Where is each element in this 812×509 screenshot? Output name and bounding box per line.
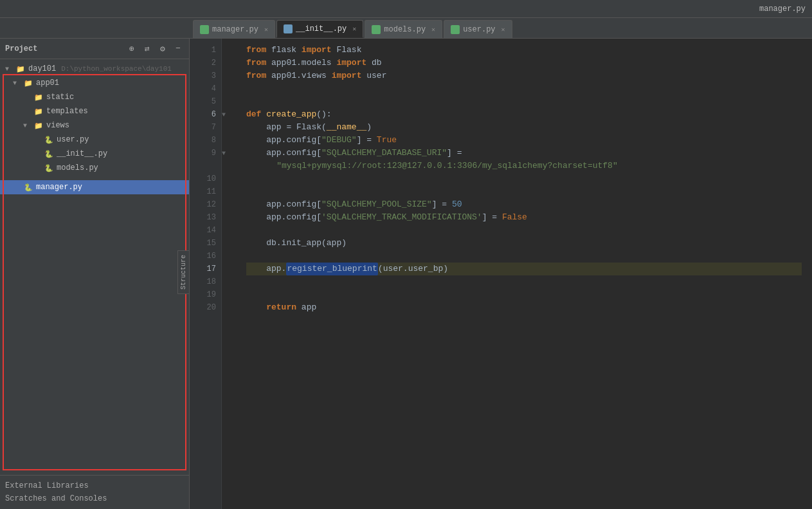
ln-4: 4 <box>203 82 216 95</box>
scratches-consoles-item[interactable]: Scratches and Consoles <box>5 492 184 505</box>
tree-item-root[interactable]: ▼ 📁 day101 D:\python_workspace\day101 <box>0 62 189 76</box>
root-path: D:\python_workspace\day101 <box>61 65 172 73</box>
g9b <box>222 160 236 172</box>
g2 <box>222 57 236 69</box>
code-line-7: app = Flask(__name__) <box>246 121 802 134</box>
code-line-10 <box>246 172 802 185</box>
ln-1: 1 <box>203 44 216 57</box>
tab-label-user: user.py <box>463 25 495 34</box>
g15 <box>222 237 236 250</box>
code-line-4 <box>246 82 802 95</box>
templates-folder-icon: 📁 <box>33 106 44 116</box>
tree-label-app01: app01 <box>36 79 59 88</box>
views-folder-icon: 📁 <box>33 120 44 131</box>
tree-label-templates: templates <box>46 107 88 116</box>
code-line-14 <box>246 224 802 237</box>
tree-label-models-py: models.py <box>57 163 98 172</box>
tree-item-user-py[interactable]: 🐍 user.py <box>0 133 189 147</box>
tree-item-app01[interactable]: ▼ 📁 app01 <box>0 76 189 90</box>
code-line-11 <box>246 185 802 198</box>
sidebar-btn-settings[interactable]: ⚙ <box>157 43 168 55</box>
code-line-3: from app01.views import user <box>246 69 802 82</box>
tab-close-models[interactable]: ✕ <box>431 26 435 33</box>
tab-icon-user <box>451 25 460 34</box>
tree-item-init-py[interactable]: 🐍 __init__.py <box>0 147 189 161</box>
sidebar-btn-sync[interactable]: ⇄ <box>141 43 153 55</box>
tab-models[interactable]: models.py ✕ <box>365 20 442 38</box>
tab-label-models: models.py <box>384 25 426 34</box>
structure-tab[interactable]: Structure <box>177 250 190 294</box>
init-py-icon: 🐍 <box>44 149 54 159</box>
g17 <box>222 263 236 275</box>
code-line-5 <box>246 95 802 108</box>
code-line-6: def create_app(): <box>246 108 802 121</box>
tree-item-manager-py[interactable]: 🐍 manager.py <box>0 180 189 194</box>
main-area: Project ⊕ ⇄ ⚙ − ▼ 📁 day101 D:\python_wor… <box>0 39 812 509</box>
code-line-15: db.init_app(app) <box>246 237 802 250</box>
ln-6: 6 <box>203 108 216 121</box>
tree-label-user-py: user.py <box>57 135 89 144</box>
sidebar: Project ⊕ ⇄ ⚙ − ▼ 📁 day101 D:\python_wor… <box>0 39 190 509</box>
tab-close-user[interactable]: ✕ <box>501 26 505 33</box>
tree-label-views: views <box>46 121 69 130</box>
g6-arrow: ▼ <box>222 108 236 121</box>
g13 <box>222 211 236 224</box>
ln-7: 7 <box>203 121 216 134</box>
g14 <box>222 224 236 237</box>
g7 <box>222 121 236 134</box>
ln-15: 15 <box>203 237 216 250</box>
external-libraries-item[interactable]: External Libraries <box>5 479 184 492</box>
editor-area: 1 2 3 4 5 6 7 8 9 10 11 12 13 14 15 16 1… <box>190 39 812 509</box>
tab-manager[interactable]: manager.py ✕ <box>193 20 275 38</box>
root-arrow: ▼ <box>5 66 13 73</box>
g16 <box>222 250 236 263</box>
sidebar-btn-minimize[interactable]: − <box>172 43 184 55</box>
ln-8: 8 <box>203 134 216 147</box>
tree-item-templates[interactable]: 📁 templates <box>0 104 189 118</box>
code-line-18 <box>246 275 802 288</box>
gutter: ▼ ▼ <box>222 39 236 509</box>
tab-user[interactable]: user.py ✕ <box>444 20 512 38</box>
code-line-9b: "mysql+pymysql://root:123@127.0.0.1:3306… <box>246 160 802 172</box>
g8 <box>222 134 236 147</box>
views-arrow: ▼ <box>23 122 31 129</box>
sidebar-toolbar: Project ⊕ ⇄ ⚙ − <box>0 39 189 59</box>
tab-icon-manager <box>200 25 209 34</box>
tab-close-init[interactable]: ✕ <box>352 25 356 33</box>
code-editor[interactable]: 1 2 3 4 5 6 7 8 9 10 11 12 13 14 15 16 1… <box>190 39 812 509</box>
g11 <box>222 185 236 198</box>
ln-19: 19 <box>203 288 216 301</box>
tree-item-static[interactable]: 📁 static <box>0 90 189 104</box>
code-line-9: app.config["SQLALCHEMY_DATABASE_URI"] = <box>246 147 802 160</box>
code-line-12: app.config["SQLALCHEMY_POOL_SIZE"] = 50 <box>246 198 802 211</box>
tab-icon-init <box>284 24 293 33</box>
g9-arrow: ▼ <box>222 147 236 160</box>
tab-close-manager[interactable]: ✕ <box>264 26 268 33</box>
sidebar-bottom: External Libraries Scratches and Console… <box>0 475 189 509</box>
tab-init[interactable]: __init__.py ✕ <box>276 20 363 38</box>
tree-label-init-py: __init__.py <box>57 149 107 158</box>
code-content[interactable]: from flask import Flask from app01.model… <box>236 39 812 509</box>
ln-5: 5 <box>203 95 216 108</box>
sidebar-btn-add[interactable]: ⊕ <box>126 43 138 55</box>
code-line-2: from app01.models import db <box>246 57 802 69</box>
line-numbers: 1 2 3 4 5 6 7 8 9 10 11 12 13 14 15 16 1… <box>190 39 222 509</box>
title-text: manager.py <box>759 5 806 14</box>
app01-folder-icon: 📁 <box>23 78 33 88</box>
user-py-icon: 🐍 <box>44 134 54 145</box>
sidebar-tree: ▼ 📁 day101 D:\python_workspace\day101 ▼ … <box>0 59 189 475</box>
g5 <box>222 95 236 108</box>
tree-item-models-py[interactable]: 🐍 models.py <box>0 161 189 175</box>
tree-item-views[interactable]: ▼ 📁 views <box>0 118 189 133</box>
ln-20: 20 <box>203 301 216 314</box>
code-line-19 <box>246 288 802 301</box>
tab-label-init: __init__.py <box>296 24 347 33</box>
ln-12: 12 <box>203 198 216 211</box>
g12 <box>222 198 236 211</box>
code-line-20: return app <box>246 301 802 314</box>
ln-2: 2 <box>203 57 216 69</box>
models-py-icon: 🐍 <box>44 163 54 173</box>
tree-label-static: static <box>46 93 74 102</box>
ln-16: 16 <box>203 250 216 263</box>
tab-icon-models <box>372 25 381 34</box>
